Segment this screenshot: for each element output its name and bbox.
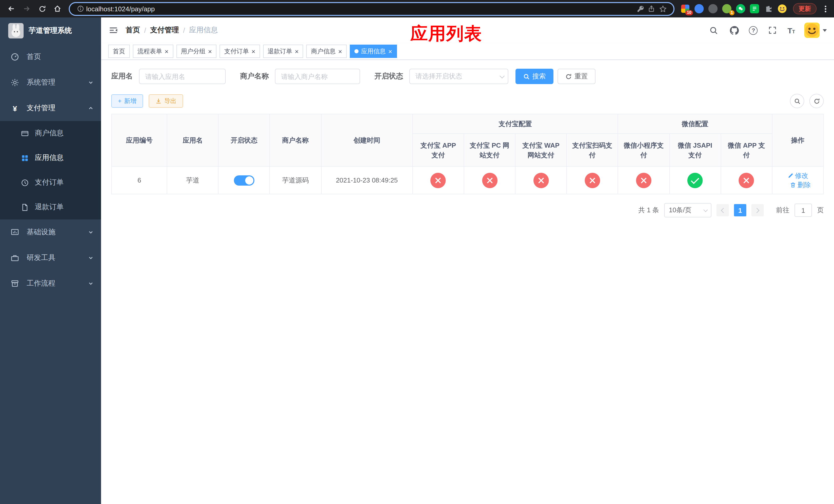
- sidebar-item-system[interactable]: 系统管理: [0, 70, 101, 95]
- sidebar-item-merchant-info[interactable]: 商户信息: [0, 121, 101, 145]
- col-alipay-pc: 支付宝 PC 网站支付: [464, 134, 515, 166]
- sidebar-item-refund-order[interactable]: 退款订单: [0, 195, 101, 220]
- add-button[interactable]: + 新增: [111, 94, 143, 108]
- yuan-icon: ¥: [10, 104, 20, 113]
- tab-pay-order[interactable]: 支付订单×: [220, 45, 260, 58]
- tab-close-icon[interactable]: ×: [164, 48, 169, 54]
- sidebar-toggle-icon[interactable]: [101, 18, 126, 43]
- browser-forward-icon[interactable]: [20, 2, 34, 16]
- sidebar-item-app-info[interactable]: 应用信息: [0, 145, 101, 170]
- cell-alipay-qr: [567, 166, 618, 194]
- breadcrumb-home[interactable]: 首页: [126, 26, 140, 35]
- address-bar[interactable]: localhost:1024/pay/app: [69, 2, 675, 16]
- plus-icon: +: [118, 97, 122, 105]
- tab-process-form[interactable]: 流程表单×: [133, 45, 173, 58]
- browser-home-icon[interactable]: [50, 2, 65, 16]
- extensions-puzzle-icon[interactable]: [764, 4, 773, 13]
- url-text[interactable]: localhost:1024/pay/app: [86, 5, 635, 13]
- search-button[interactable]: 搜索: [515, 69, 553, 84]
- next-page-button[interactable]: [751, 204, 764, 216]
- app-name-label: 应用名: [111, 72, 133, 81]
- profile-emoji-icon[interactable]: [777, 4, 787, 13]
- cell-enabled: [219, 166, 270, 194]
- breadcrumb-payment[interactable]: 支付管理: [150, 26, 179, 35]
- prev-page-button[interactable]: [717, 204, 729, 216]
- sidebar-item-infra[interactable]: 基础设施: [0, 220, 101, 245]
- tab-user-group[interactable]: 用户分组×: [176, 45, 216, 58]
- caret-down-icon: [823, 29, 827, 31]
- status-label: 开启状态: [374, 72, 403, 81]
- chevron-down-icon: [88, 280, 94, 287]
- sidebar-item-pay-order[interactable]: 支付订单: [0, 170, 101, 195]
- extension-wechat-icon[interactable]: [736, 4, 745, 13]
- extension-blue-icon[interactable]: [695, 4, 704, 13]
- browser-back-icon[interactable]: [4, 2, 19, 16]
- archive-icon: [10, 279, 20, 288]
- tab-app-info[interactable]: 应用信息×: [350, 45, 397, 58]
- github-icon[interactable]: [729, 25, 740, 36]
- extension-avatar-icon[interactable]: 1: [722, 4, 731, 13]
- goto-page-input[interactable]: [794, 204, 812, 217]
- bookmark-star-icon[interactable]: [657, 3, 668, 14]
- status-open-icon: [687, 173, 703, 188]
- extensions-row: 10 1: [679, 4, 789, 13]
- share-icon[interactable]: [646, 3, 657, 14]
- show-search-button[interactable]: [790, 94, 804, 108]
- sidebar-item-dev-tools[interactable]: 研发工具: [0, 245, 101, 271]
- page-size-select[interactable]: 10条/页: [664, 203, 711, 217]
- chevron-down-icon: [703, 208, 708, 212]
- site-info-icon[interactable]: [75, 3, 86, 14]
- extension-badge: 10: [685, 10, 693, 15]
- sidebar-item-payment[interactable]: ¥ 支付管理: [0, 95, 101, 121]
- cell-app-id: 6: [112, 166, 167, 194]
- tab-close-icon[interactable]: ×: [388, 48, 392, 54]
- breadcrumb: 首页 / 支付管理 / 应用信息: [126, 26, 218, 35]
- app-name-input[interactable]: [139, 69, 226, 84]
- monitor-icon: [10, 228, 20, 237]
- sidebar-item-home[interactable]: 首页: [0, 44, 101, 70]
- sidebar-logo[interactable]: 芋道管理系统: [0, 18, 101, 44]
- fullscreen-icon[interactable]: [767, 25, 778, 36]
- browser-update-button[interactable]: 更新: [793, 3, 816, 14]
- tab-home[interactable]: 首页: [108, 45, 130, 58]
- cell-wx-mini: [618, 166, 670, 194]
- browser-menu-icon[interactable]: [821, 5, 830, 12]
- browser-toolbar: localhost:1024/pay/app 10 1: [0, 0, 834, 18]
- refresh-button[interactable]: [809, 94, 824, 108]
- tab-close-icon[interactable]: ×: [251, 48, 255, 54]
- cell-app-name: 芋道: [167, 166, 218, 194]
- reset-button[interactable]: 重置: [557, 69, 595, 84]
- delete-button[interactable]: 删除: [790, 180, 811, 189]
- chevron-down-icon: [500, 73, 505, 78]
- font-size-icon[interactable]: TT: [788, 26, 795, 34]
- browser-reload-icon[interactable]: [35, 2, 49, 16]
- col-alipay-wap: 支付宝 WAP 网站支付: [515, 134, 567, 166]
- user-menu[interactable]: [804, 23, 827, 38]
- tab-close-icon[interactable]: ×: [338, 48, 342, 54]
- cell-wx-jsapi: [670, 166, 721, 194]
- avatar: [804, 23, 820, 38]
- tab-close-icon[interactable]: ×: [208, 48, 212, 54]
- chevron-down-icon: [88, 79, 94, 86]
- enabled-toggle[interactable]: [234, 175, 255, 185]
- cell-merchant: 芋道源码: [270, 166, 321, 194]
- cell-alipay-app: [413, 166, 464, 194]
- merchant-name-input[interactable]: [275, 69, 360, 84]
- extension-chat-icon[interactable]: [750, 4, 759, 13]
- page-number-1[interactable]: 1: [734, 204, 746, 216]
- sidebar-item-workflow[interactable]: 工作流程: [0, 271, 101, 296]
- page-content: 应用名 商户名称 开启状态 请选择开启状态 搜索: [101, 60, 834, 504]
- col-wx-mini: 微信小程序支付: [618, 134, 670, 166]
- group-wechat-config: 微信配置: [618, 114, 772, 134]
- search-icon[interactable]: [708, 25, 719, 36]
- tab-close-icon[interactable]: ×: [295, 48, 299, 54]
- help-icon[interactable]: ?: [749, 26, 758, 35]
- extension-pixel-icon[interactable]: 10: [681, 4, 690, 13]
- extension-dark-icon[interactable]: [708, 4, 718, 13]
- edit-button[interactable]: 修改: [787, 171, 808, 180]
- tab-refund-order[interactable]: 退款订单×: [263, 45, 303, 58]
- export-button[interactable]: 导出: [149, 94, 183, 108]
- password-key-icon[interactable]: [635, 3, 646, 14]
- status-select[interactable]: 请选择开启状态: [409, 69, 508, 84]
- tab-merchant-info[interactable]: 商户信息×: [306, 45, 347, 58]
